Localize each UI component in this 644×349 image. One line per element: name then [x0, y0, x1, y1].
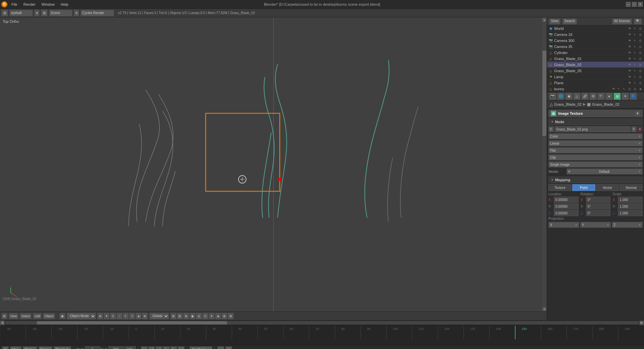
proj-y-dropdown[interactable]: Y ▼: [580, 222, 611, 228]
render-btn[interactable]: ◎: [638, 44, 643, 49]
scene-clear-btn[interactable]: ✕: [74, 10, 79, 16]
play-backward-btn[interactable]: ◀: [156, 346, 162, 349]
timeline-scroll-thumb[interactable]: [37, 321, 227, 325]
render-engine-select[interactable]: Cycles Render: [80, 10, 114, 16]
eye-btn[interactable]: 👁: [627, 44, 632, 49]
menu-window[interactable]: Window: [40, 2, 57, 7]
scene-select[interactable]: [49, 10, 72, 16]
scale-y-field[interactable]: 1.000: [618, 203, 643, 209]
outliner-view-btn[interactable]: View: [549, 18, 560, 24]
proj-z-dropdown[interactable]: Z ▼: [612, 222, 643, 228]
cursor-btn[interactable]: ↖: [633, 44, 637, 49]
render-btn[interactable]: ◎: [638, 38, 643, 43]
vp-btn-5[interactable]: ↖: [123, 313, 129, 319]
cursor-btn[interactable]: ↖: [633, 62, 637, 67]
maximize-button[interactable]: □: [632, 2, 637, 7]
scale-z-field[interactable]: 1.000: [618, 210, 643, 216]
outliner-search-icon[interactable]: 🔍: [634, 18, 642, 24]
eye-btn[interactable]: 👁: [627, 56, 632, 61]
props-world-icon[interactable]: ◉: [565, 93, 573, 100]
timeline-scroll-track[interactable]: [5, 321, 639, 325]
audio-btn[interactable]: ♪: [217, 346, 224, 349]
eye-btn[interactable]: 👁: [627, 62, 632, 67]
props-physics-icon[interactable]: 🔵: [630, 93, 637, 100]
outliner-item-grassblade02[interactable]: △ Grass_Blade_02 👁 ↖ ◎: [547, 62, 644, 68]
mute-btn[interactable]: 🔇: [225, 346, 232, 349]
props-texture-icon[interactable]: ▦: [613, 93, 621, 100]
render-btn[interactable]: ◎: [638, 56, 643, 61]
source-dropdown[interactable]: Single Image ▼: [548, 161, 643, 167]
vp-btn-12[interactable]: ◉: [190, 313, 196, 319]
viewport-scrollbar-right[interactable]: ▲ ▼: [542, 17, 547, 311]
outliner-item-grassblade05[interactable]: △ Grass_Blade_05 👁 ↖ ◎: [547, 68, 644, 74]
render-btn[interactable]: ◎: [627, 87, 632, 91]
props-material-icon[interactable]: ●: [605, 93, 613, 100]
mode-select[interactable]: Object Mode: [67, 313, 96, 319]
select-menu-btn[interactable]: Select: [20, 313, 32, 319]
scroll-thumb[interactable]: [542, 51, 546, 136]
marker-menu-bottom[interactable]: Marker: [23, 346, 37, 349]
cursor-btn[interactable]: ↖: [633, 38, 637, 43]
current-frame-field[interactable]: 164: [124, 346, 136, 349]
add-menu-btn[interactable]: Add: [33, 313, 42, 319]
layer-clear-btn[interactable]: ✕: [34, 10, 40, 16]
outliner-item-lamp[interactable]: ☀ Lamp 👁 ↖ ◎: [547, 74, 644, 80]
eye-btn[interactable]: 👁: [627, 74, 632, 79]
color-dropdown[interactable]: Color ▼: [548, 133, 643, 139]
loc-y-field[interactable]: 0.00000: [554, 203, 579, 209]
vp-btn-10[interactable]: ⊞: [177, 313, 183, 319]
vp-btn-7[interactable]: ◈: [136, 313, 142, 319]
vector-field[interactable]: Default ▼: [567, 168, 643, 174]
scroll-up-btn[interactable]: ▲: [542, 17, 547, 22]
rot-y-field[interactable]: 0°: [586, 203, 611, 209]
tab-point[interactable]: Point: [572, 184, 595, 191]
cursor-btn[interactable]: ↖: [633, 68, 637, 73]
tab-normal[interactable]: Normal: [620, 184, 643, 191]
viewport[interactable]: Top Ortho: [0, 17, 547, 311]
outliner-item-plane[interactable]: △ Plane 👁 ↖ ◎: [547, 80, 644, 86]
view-menu-bottom[interactable]: View: [10, 346, 21, 349]
timeline-ruler[interactable]: -50 -40 -30 -20 -10 0 10 20 30 40: [0, 325, 644, 345]
file-f-btn[interactable]: F: [631, 126, 637, 132]
jump-start-btn[interactable]: |◀: [141, 346, 148, 349]
vp-btn-9[interactable]: ⊞: [170, 313, 176, 319]
outliner-item-camera18[interactable]: 📷 Camera 18 👁 ↖ ◎: [547, 32, 644, 38]
minimize-button[interactable]: ─: [626, 2, 631, 7]
loc-z-field[interactable]: 0.00000: [554, 210, 579, 216]
render-btn[interactable]: ◎: [638, 32, 643, 37]
menu-render[interactable]: Render: [21, 2, 38, 7]
outliner-item-camera300[interactable]: 📷 Camera 300 👁 ↖ ◎: [547, 38, 644, 44]
cursor-btn[interactable]: ↖: [633, 26, 637, 31]
proj-x-dropdown[interactable]: X ▼: [548, 222, 579, 228]
interpolation-dropdown[interactable]: Linear ▼: [548, 140, 643, 146]
playback-menu-bottom[interactable]: Playback: [54, 346, 71, 349]
vp-btn-18[interactable]: ⊞: [228, 313, 234, 319]
cursor-btn[interactable]: ↖: [633, 81, 637, 85]
outliner-search-placeholder[interactable]: Search: [562, 18, 577, 24]
render-btn[interactable]: ◎: [638, 62, 643, 67]
render-btn[interactable]: ◎: [638, 50, 643, 55]
props-constraint-icon[interactable]: 🔗: [581, 93, 589, 100]
loc-x-field[interactable]: 0.00000: [554, 197, 579, 203]
extra-btn2[interactable]: ◈: [638, 87, 643, 91]
eye-btn[interactable]: 👁: [627, 32, 632, 37]
vp-btn-6[interactable]: ↗: [129, 313, 135, 319]
scroll-track[interactable]: [542, 22, 547, 307]
vp-btn-11[interactable]: ⊕: [183, 313, 189, 319]
vp-btn-14[interactable]: ⊙: [202, 313, 208, 319]
bottom-view-btn[interactable]: ⊞: [2, 346, 9, 349]
props-modifier-icon[interactable]: ⚙: [589, 93, 597, 100]
outliner-item-bunny[interactable]: △ bunny 👁 ↖ ↖ ◎ ◎ ◈: [547, 86, 644, 92]
expand-btn[interactable]: ▼: [635, 111, 640, 116]
view-type-toggle[interactable]: ⊞: [1, 313, 7, 319]
close-button[interactable]: ✕: [638, 2, 643, 7]
props-particle-icon[interactable]: ✦: [622, 93, 629, 100]
cursor-btn[interactable]: ↖: [616, 87, 621, 91]
breadcrumb-item2[interactable]: Grass_Blade_02: [592, 102, 620, 106]
file-clear-btn[interactable]: ✕: [637, 126, 643, 132]
cursor-btn2[interactable]: ↖: [622, 87, 627, 91]
render-btn[interactable]: ◎: [638, 74, 643, 79]
props-data-icon[interactable]: 〒: [597, 93, 605, 100]
cursor-btn[interactable]: ↖: [633, 56, 637, 61]
eye-btn[interactable]: 👁: [627, 50, 632, 55]
